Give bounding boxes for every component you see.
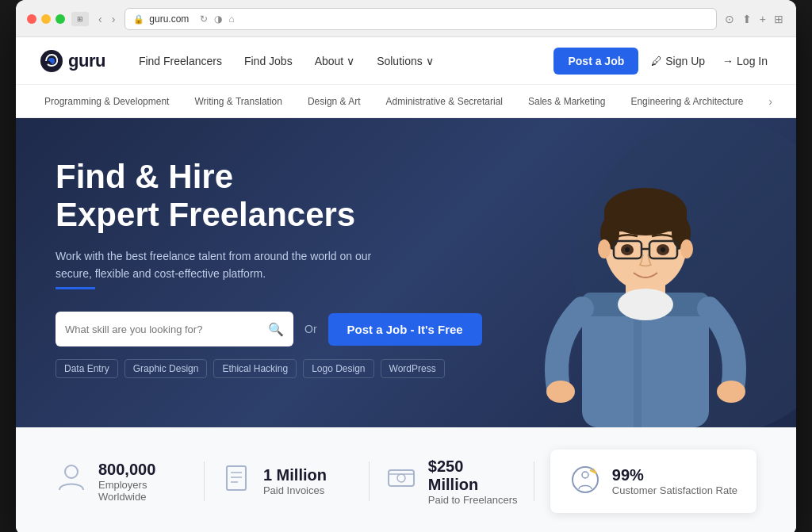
post-job-button[interactable]: Post a Job	[553, 48, 638, 75]
satisfaction-svg	[569, 464, 601, 496]
tag-wordpress[interactable]: WordPress	[381, 359, 445, 378]
lock-icon: 🔒	[133, 14, 144, 25]
stat-divider-1	[204, 461, 205, 501]
svg-rect-32	[389, 470, 414, 486]
top-nav: guru Find Freelancers Find Jobs About ∨ …	[16, 37, 796, 85]
post-job-hero-button[interactable]: Post a Job - It's Free	[328, 313, 482, 346]
svg-point-19	[625, 247, 630, 252]
svg-point-21	[598, 239, 611, 258]
extensions-button[interactable]: ⊞	[772, 11, 785, 27]
stat-invoices-text: 1 Million Paid Invoices	[263, 466, 327, 496]
browser-window: ⊞ ‹ › 🔒 guru.com ↻ ◑ ⌂ ⊙ ⬆ + ⊞	[16, 0, 796, 532]
stat-satisfaction-text: 99% Customer Satisfaction Rate	[612, 466, 737, 496]
address-bar-icons: ↻ ◑ ⌂	[200, 13, 234, 25]
nav-find-freelancers[interactable]: Find Freelancers	[129, 48, 232, 74]
close-dot[interactable]	[27, 14, 36, 24]
cat-engineering[interactable]: Engineering & Architecture	[618, 85, 756, 117]
svg-point-22	[680, 239, 693, 258]
nav-right: Post a Job 🖊 Sign Up → Log In	[553, 48, 772, 75]
guru-logo-icon	[40, 49, 63, 73]
employers-svg	[56, 462, 87, 494]
stat-divider-2	[369, 461, 370, 501]
forward-button[interactable]: ›	[109, 11, 119, 27]
nav-arrows: ‹ ›	[95, 11, 118, 27]
url-text: guru.com	[149, 13, 189, 25]
search-row: 🔍 Or Post a Job - It's Free	[56, 312, 482, 346]
downloads-button[interactable]: ⊙	[723, 11, 736, 27]
nav-about[interactable]: About ∨	[305, 48, 364, 74]
stat-invoices: 1 Million Paid Invoices	[220, 462, 353, 500]
login-icon: →	[722, 55, 733, 67]
svg-point-1	[50, 59, 53, 63]
signup-button[interactable]: 🖊 Sign Up	[646, 48, 710, 74]
cat-admin[interactable]: Administrative & Secretarial	[373, 85, 515, 117]
tag-logo-design[interactable]: Logo Design	[303, 359, 373, 378]
stat-satisfaction-card: 99% Customer Satisfaction Rate	[550, 450, 756, 513]
svg-point-36	[582, 472, 588, 478]
browser-controls: ⊞ ‹ › 🔒 guru.com ↻ ◑ ⌂ ⊙ ⬆ + ⊞	[27, 8, 785, 30]
signup-icon: 🖊	[651, 55, 662, 67]
login-button[interactable]: → Log In	[718, 48, 772, 74]
svg-point-33	[397, 474, 405, 482]
stat-employers-label: Employers Worldwide	[98, 479, 188, 503]
stats-bar: 800,000 Employers Worldwide 1 Million	[16, 427, 796, 532]
svg-point-24	[618, 289, 673, 320]
stat-divider-3	[534, 461, 534, 501]
site-content: guru Find Freelancers Find Jobs About ∨ …	[16, 37, 796, 532]
browser-chrome: ⊞ ‹ › 🔒 guru.com ↻ ◑ ⌂ ⊙ ⬆ + ⊞	[16, 0, 796, 37]
back-button[interactable]: ‹	[95, 11, 105, 27]
hero-content: Find & Hire Expert Freelancers Work with…	[56, 158, 482, 378]
logo-text: guru	[68, 51, 105, 71]
cat-programming[interactable]: Programming & Development	[32, 85, 182, 117]
stat-paid-label: Paid to Freelancers	[428, 494, 518, 506]
home-icon[interactable]: ⌂	[228, 13, 234, 25]
refresh-icon[interactable]: ↻	[200, 13, 208, 25]
tag-data-entry[interactable]: Data Entry	[56, 359, 118, 378]
hero-title-line1: Find & Hire	[56, 158, 233, 195]
theme-icon[interactable]: ◑	[214, 13, 222, 25]
satisfaction-icon	[569, 464, 601, 499]
stat-employers: 800,000 Employers Worldwide	[56, 461, 188, 503]
nav-solutions[interactable]: Solutions ∨	[367, 48, 442, 74]
tag-ethical-hacking[interactable]: Ethical Hacking	[213, 359, 297, 378]
stat-employers-number: 800,000	[98, 461, 188, 479]
login-label: Log In	[737, 55, 768, 67]
share-button[interactable]: ⬆	[741, 11, 753, 27]
stat-paid: $250 Million Paid to Freelancers	[385, 457, 518, 506]
stat-paid-number: $250 Million	[428, 457, 518, 494]
nav-links: Find Freelancers Find Jobs About ∨ Solut…	[129, 48, 554, 74]
category-bar: Programming & Development Writing & Tran…	[16, 85, 796, 118]
or-text: Or	[304, 323, 317, 335]
stat-invoices-label: Paid Invoices	[263, 484, 327, 496]
quick-tags: Data Entry Graphic Design Ethical Hackin…	[56, 359, 482, 378]
browser-right-controls: ⊙ ⬆ + ⊞	[723, 11, 785, 27]
new-tab-button[interactable]: +	[758, 11, 768, 27]
stat-paid-text: $250 Million Paid to Freelancers	[428, 457, 518, 506]
employers-icon	[56, 462, 87, 500]
stat-invoices-number: 1 Million	[263, 466, 327, 484]
minimize-dot[interactable]	[41, 14, 51, 24]
nav-find-jobs[interactable]: Find Jobs	[235, 48, 302, 74]
hero-person-svg	[495, 118, 796, 427]
svg-point-25	[546, 381, 575, 403]
svg-point-26	[717, 381, 745, 403]
category-arrow-right[interactable]: ›	[760, 95, 780, 108]
stat-satisfaction-number: 99%	[612, 466, 737, 484]
search-input[interactable]	[65, 323, 268, 335]
paid-svg	[385, 462, 417, 494]
maximize-dot[interactable]	[56, 14, 65, 24]
paid-icon	[385, 462, 417, 500]
stat-employers-text: 800,000 Employers Worldwide	[98, 461, 188, 503]
window-layout-btn[interactable]: ⊞	[71, 12, 89, 26]
cat-writing[interactable]: Writing & Translation	[182, 85, 295, 117]
address-bar[interactable]: 🔒 guru.com ↻ ◑ ⌂	[124, 8, 716, 30]
cat-sales[interactable]: Sales & Marketing	[515, 85, 618, 117]
cat-design[interactable]: Design & Art	[295, 85, 373, 117]
hero-subtitle: Work with the best freelance talent from…	[56, 247, 396, 283]
invoices-icon	[220, 462, 252, 500]
hero-title: Find & Hire Expert Freelancers	[56, 158, 482, 235]
svg-point-20	[661, 247, 665, 252]
logo[interactable]: guru	[40, 49, 105, 73]
svg-point-27	[65, 465, 78, 478]
tag-graphic-design[interactable]: Graphic Design	[124, 359, 208, 378]
